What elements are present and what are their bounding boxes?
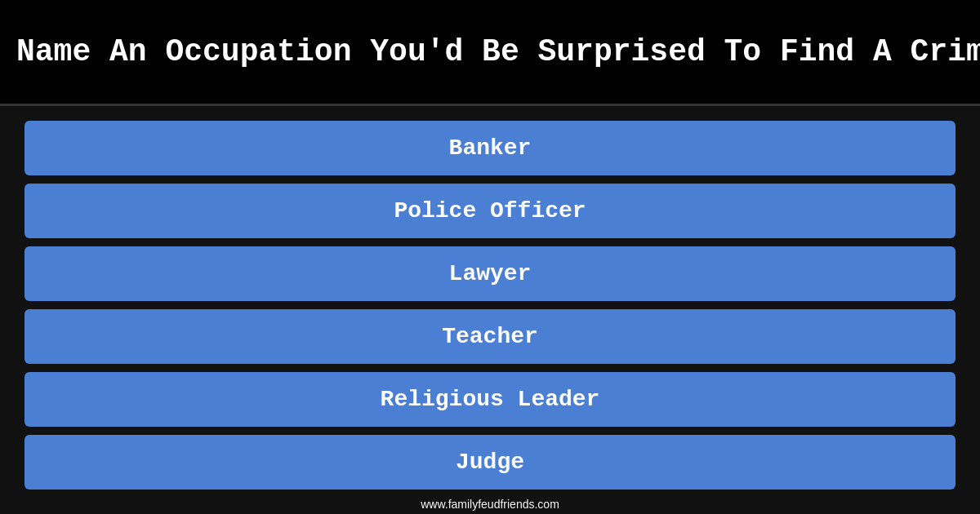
answer-button-6[interactable]: Judge	[24, 435, 956, 490]
answer-button-3[interactable]: Lawyer	[24, 246, 956, 301]
answer-button-4[interactable]: Teacher	[24, 309, 956, 364]
answer-button-1[interactable]: Banker	[24, 121, 956, 175]
answer-button-2[interactable]: Police Officer	[24, 184, 956, 238]
footer: www.familyfeudfriends.com	[0, 494, 980, 514]
question-text: Name An Occupation You'd Be Surprised To…	[16, 34, 980, 69]
answer-button-5[interactable]: Religious Leader	[24, 372, 956, 427]
question-header: Name An Occupation You'd Be Surprised To…	[0, 0, 980, 106]
answers-container: BankerPolice OfficerLawyerTeacherReligio…	[0, 106, 980, 498]
footer-url: www.familyfeudfriends.com	[421, 498, 559, 511]
